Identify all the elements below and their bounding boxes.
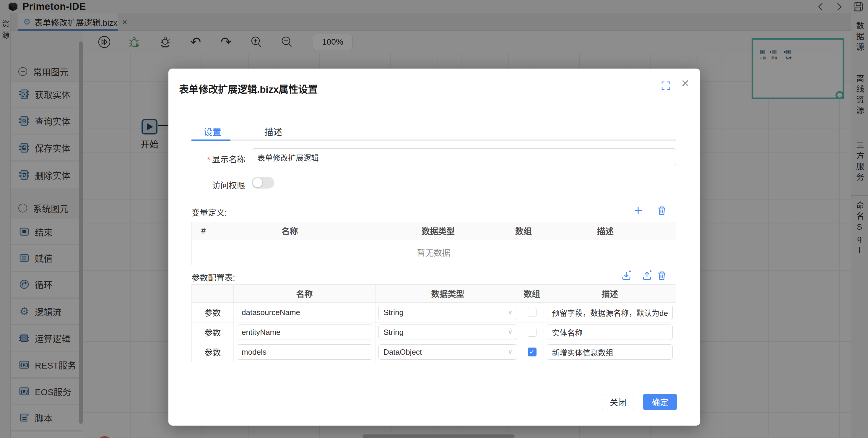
param-kind: 参数 [192, 342, 234, 362]
param-row: 参数 DataObject∨ ✓ [192, 342, 676, 362]
params-table: 名称 数据类型 数组 描述 参数 String∨ 参数 String∨ 参数 [191, 284, 676, 362]
tab-track [191, 140, 676, 141]
col-kind [192, 285, 234, 302]
chevron-down-icon: ∨ [508, 328, 513, 336]
array-checkbox[interactable] [528, 308, 536, 317]
delete-param-icon[interactable] [656, 270, 667, 281]
data-type-value: String [383, 328, 404, 337]
fullscreen-icon[interactable] [661, 81, 671, 90]
param-kind: 参数 [192, 303, 234, 322]
variables-table: # 名称 数据类型 数组 描述 暂无数据 [191, 222, 676, 265]
param-desc-input[interactable] [547, 344, 673, 360]
data-type-select[interactable]: String∨ [378, 305, 517, 320]
data-type-select[interactable]: DataObject∨ [378, 344, 517, 360]
param-name-input[interactable] [237, 344, 372, 360]
tab-description[interactable]: 描述 [265, 125, 282, 138]
col-data-type: 数据类型 [375, 285, 520, 302]
col-index: # [192, 222, 215, 240]
variables-section-label: 变量定义: [191, 206, 227, 218]
param-name-input[interactable] [237, 305, 372, 320]
dialog-title: 表单修改扩展逻辑.bizx属性设置 [179, 82, 318, 96]
param-row: 参数 String∨ [192, 303, 676, 322]
tab-active-indicator [191, 140, 230, 141]
display-name-label: *显示名称 [191, 153, 245, 165]
array-checkbox[interactable] [528, 328, 536, 337]
col-description: 描述 [544, 285, 676, 302]
data-type-value: DataObject [383, 348, 422, 357]
col-array: 数组 [512, 222, 535, 240]
param-name-input[interactable] [237, 324, 372, 340]
params-section-label: 参数配置表: [191, 271, 235, 283]
col-name: 名称 [234, 285, 375, 302]
param-row: 参数 String∨ [192, 322, 676, 342]
col-data-type: 数据类型 [364, 222, 512, 240]
delete-variable-icon[interactable] [656, 205, 667, 216]
param-kind: 参数 [192, 322, 234, 342]
access-toggle[interactable] [252, 177, 274, 188]
param-desc-input[interactable] [547, 324, 673, 340]
add-variable-icon[interactable] [633, 205, 644, 216]
data-type-value: String [383, 308, 404, 317]
data-type-select[interactable]: String∨ [378, 324, 517, 340]
tab-settings[interactable]: 设置 [204, 125, 221, 138]
required-mark: * [207, 155, 210, 164]
export-icon[interactable] [642, 270, 652, 281]
chevron-down-icon: ∨ [508, 348, 513, 356]
access-label: 访问权限 [191, 179, 245, 191]
params-table-header: 名称 数据类型 数组 描述 [192, 285, 676, 303]
import-icon[interactable] [621, 270, 632, 281]
col-description: 描述 [535, 222, 676, 240]
col-array: 数组 [520, 285, 544, 302]
empty-state: 暂无数据 [192, 240, 676, 265]
param-desc-input[interactable] [547, 305, 673, 320]
variables-table-header: # 名称 数据类型 数组 描述 [192, 222, 676, 240]
col-name: 名称 [215, 222, 364, 240]
properties-dialog: 表单修改扩展逻辑.bizx属性设置 × 设置 描述 *显示名称 访问权限 变量定… [168, 68, 700, 426]
close-icon[interactable]: × [681, 76, 689, 90]
close-button[interactable]: 关闭 [602, 394, 634, 410]
chevron-down-icon: ∨ [508, 309, 513, 316]
array-checkbox[interactable]: ✓ [528, 348, 536, 356]
ok-button[interactable]: 确定 [643, 394, 677, 410]
display-name-input[interactable] [252, 148, 676, 166]
